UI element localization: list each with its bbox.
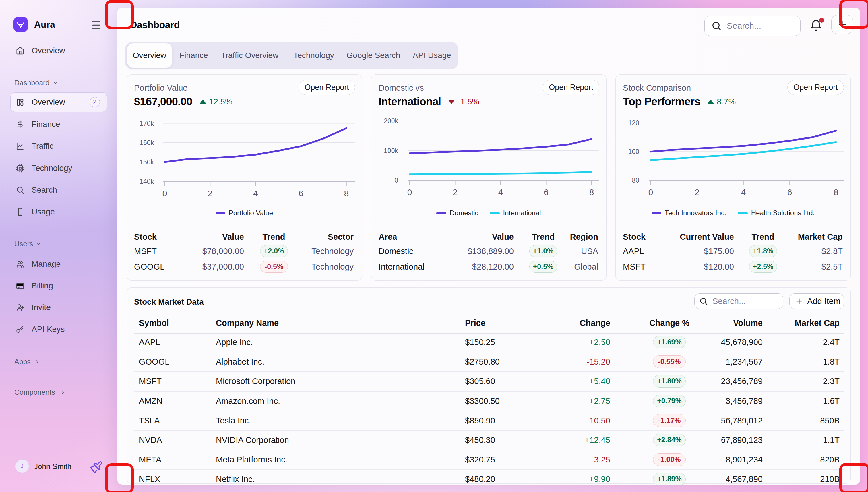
svg-text:0: 0 bbox=[163, 189, 167, 198]
svg-text:80: 80 bbox=[632, 176, 639, 184]
svg-text:6: 6 bbox=[787, 188, 792, 197]
svg-text:8: 8 bbox=[834, 188, 838, 197]
svg-text:4: 4 bbox=[741, 188, 746, 197]
svg-text:0: 0 bbox=[394, 176, 398, 184]
svg-text:0: 0 bbox=[648, 188, 653, 197]
svg-text:4: 4 bbox=[253, 189, 258, 198]
svg-text:4: 4 bbox=[498, 188, 503, 197]
svg-text:140k: 140k bbox=[140, 178, 154, 185]
svg-text:160k: 160k bbox=[140, 139, 154, 146]
svg-text:6: 6 bbox=[544, 188, 548, 197]
svg-text:8: 8 bbox=[589, 188, 594, 197]
svg-text:150k: 150k bbox=[140, 158, 154, 166]
svg-text:100k: 100k bbox=[384, 147, 398, 154]
svg-text:100: 100 bbox=[628, 148, 639, 155]
svg-text:2: 2 bbox=[695, 188, 699, 197]
svg-text:8: 8 bbox=[344, 189, 349, 198]
svg-text:2: 2 bbox=[453, 188, 457, 197]
svg-text:0: 0 bbox=[407, 188, 412, 197]
svg-text:200k: 200k bbox=[384, 117, 398, 125]
svg-text:120: 120 bbox=[628, 119, 639, 127]
svg-text:170k: 170k bbox=[140, 120, 154, 127]
svg-text:6: 6 bbox=[299, 189, 303, 198]
svg-text:2: 2 bbox=[208, 189, 213, 198]
